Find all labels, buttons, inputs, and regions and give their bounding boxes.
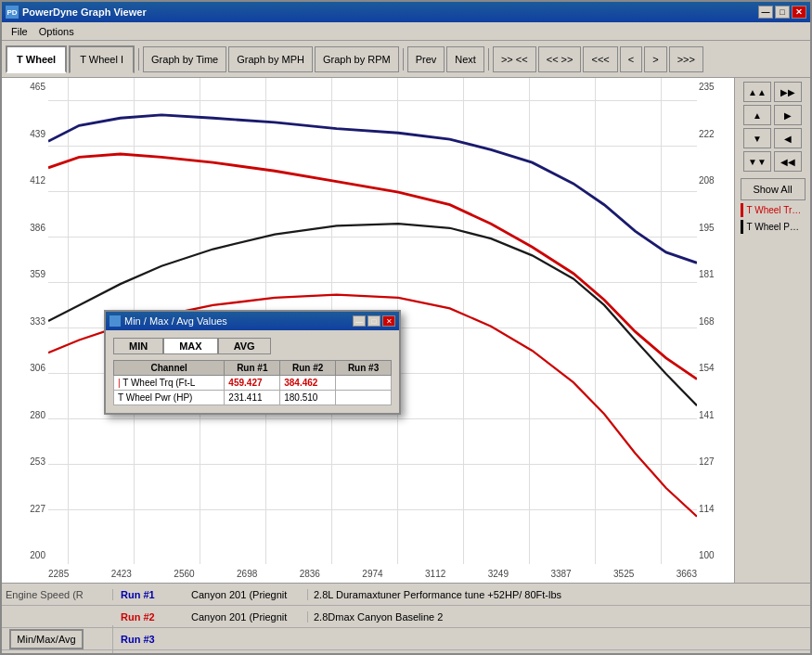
nav-up[interactable]: ▲ bbox=[743, 105, 771, 125]
chart-area: 465 439 412 386 359 333 306 280 253 227 … bbox=[2, 78, 734, 583]
y-right-3: 195 bbox=[697, 223, 734, 233]
main-area: 465 439 412 386 359 333 306 280 253 227 … bbox=[2, 78, 810, 583]
modal-titlebar: Min / Max / Avg Values — □ ✕ bbox=[106, 312, 399, 330]
forward-button[interactable]: >>> bbox=[669, 46, 703, 72]
col-run2: Run #2 bbox=[280, 361, 336, 376]
left-button[interactable]: < bbox=[620, 46, 642, 72]
back-button[interactable]: <<< bbox=[583, 46, 617, 72]
toolbar: T Wheel T Wheel I Graph by Time Graph by… bbox=[2, 41, 810, 78]
x-9: 3525 bbox=[613, 569, 634, 579]
tab-twheel2[interactable]: T Wheel I bbox=[69, 45, 135, 73]
graph-by-mph-button[interactable]: Graph by MPH bbox=[228, 46, 313, 72]
y-right-6: 154 bbox=[697, 363, 734, 373]
tab-max[interactable]: MAX bbox=[163, 338, 217, 354]
table-row-pwr: T Wheel Pwr (HP) 231.411 180.510 bbox=[114, 391, 392, 405]
x-7: 3249 bbox=[488, 569, 509, 579]
y-left-1: 439 bbox=[4, 129, 48, 139]
col-channel: Channel bbox=[114, 361, 225, 376]
x-8: 3387 bbox=[550, 569, 571, 579]
x-axis: 2285 2423 2560 2698 2836 2974 3112 3249 … bbox=[48, 564, 697, 583]
next-button[interactable]: Next bbox=[446, 46, 484, 72]
modal-tabs: MIN MAX AVG bbox=[113, 338, 392, 354]
y-left-9: 227 bbox=[4, 504, 48, 514]
title-bar: PD PowerDyne Graph Viewer — □ ✕ bbox=[2, 2, 810, 22]
legend-pwr: T Wheel Pwr (HP bbox=[741, 220, 806, 234]
y-left-6: 306 bbox=[4, 363, 48, 373]
y-right-7: 141 bbox=[697, 410, 734, 420]
bottom-area: Engine Speed (R Run #1 Canyon 201 (Prieg… bbox=[2, 583, 810, 653]
trq-run2-val: 384.462 bbox=[280, 376, 336, 391]
prev-button[interactable]: Prev bbox=[407, 46, 445, 72]
y-right-2: 208 bbox=[697, 175, 734, 186]
minimize-button[interactable]: — bbox=[758, 6, 773, 19]
x-3: 2698 bbox=[237, 569, 257, 579]
y-left-4: 359 bbox=[4, 269, 48, 279]
nav-down-down[interactable]: ▼▼ bbox=[743, 151, 771, 172]
pwr-run1-val: 231.411 bbox=[225, 391, 280, 405]
nav-right-right[interactable]: ▶▶ bbox=[774, 82, 802, 102]
y-right-1: 222 bbox=[697, 129, 734, 139]
nav-down[interactable]: ▼ bbox=[743, 128, 771, 148]
tab-twheel1[interactable]: T Wheel bbox=[6, 45, 67, 73]
x-5: 2974 bbox=[362, 569, 382, 579]
run1-row: Engine Speed (R Run #1 Canyon 201 (Prieg… bbox=[2, 584, 810, 606]
graph-by-rpm-button[interactable]: Graph by RPM bbox=[315, 46, 399, 72]
y-axis-right: 235 222 208 195 181 168 154 141 127 114 … bbox=[697, 78, 734, 564]
x-2: 2560 bbox=[174, 569, 194, 579]
fast-back-button[interactable]: >> << bbox=[493, 46, 536, 72]
modal-minmaxavg: Min / Max / Avg Values — □ ✕ MIN MAX AVG bbox=[104, 310, 401, 415]
run1-desc: 2.8L Duramaxtuner Performance tune +52HP… bbox=[308, 589, 810, 600]
minmaxavg-button[interactable]: Min/Max/Avg bbox=[9, 629, 84, 649]
trq-run3-val bbox=[336, 376, 392, 391]
trq-channel-label: T Wheel Trq (Ft-L bbox=[122, 378, 195, 388]
y-left-8: 253 bbox=[4, 456, 48, 467]
y-right-4: 181 bbox=[697, 269, 734, 279]
right-button[interactable]: > bbox=[644, 46, 666, 72]
legend-trq: T Wheel Trq (Ft-l bbox=[741, 203, 806, 217]
run2-row: Run #2 Canyon 201 (Priegnit 2.8Dmax Cany… bbox=[2, 606, 810, 628]
modal-close[interactable]: ✕ bbox=[382, 315, 395, 327]
pwr-run2-val: 180.510 bbox=[280, 391, 336, 405]
app-icon: PD bbox=[6, 6, 19, 19]
tab-avg[interactable]: AVG bbox=[218, 338, 271, 354]
pwr-run3-val bbox=[336, 391, 392, 405]
col-run1: Run #1 bbox=[225, 361, 280, 376]
trq-run1-val: 459.427 bbox=[225, 376, 280, 391]
table-row-trq: | T Wheel Trq (Ft-L 459.427 384.462 bbox=[114, 376, 392, 391]
rewind-button[interactable]: << >> bbox=[538, 46, 582, 72]
y-left-7: 280 bbox=[4, 410, 48, 420]
graph-by-time-button[interactable]: Graph by Time bbox=[143, 46, 226, 72]
y-left-3: 386 bbox=[4, 223, 48, 233]
close-button[interactable]: ✕ bbox=[792, 6, 806, 19]
nav-right[interactable]: ▶ bbox=[774, 105, 802, 125]
pwr-channel-label: T Wheel Pwr (HP) bbox=[114, 391, 225, 405]
nav-up-up[interactable]: ▲▲ bbox=[743, 82, 771, 102]
window-title: PowerDyne Graph Viewer bbox=[22, 6, 147, 18]
y-left-10: 200 bbox=[4, 550, 48, 560]
main-window: PD PowerDyne Graph Viewer — □ ✕ File Opt… bbox=[0, 0, 812, 655]
modal-icon bbox=[110, 315, 121, 327]
modal-data-table: Channel Run #1 Run #2 Run #3 | bbox=[113, 360, 392, 405]
y-right-9: 114 bbox=[697, 504, 734, 514]
x-10: 3663 bbox=[677, 569, 697, 579]
run3-row: Min/Max/Avg Run #3 bbox=[2, 628, 810, 650]
modal-minimize[interactable]: — bbox=[353, 315, 366, 327]
show-all-button[interactable]: Show All bbox=[741, 178, 806, 200]
engine-speed-label: Engine Speed (R bbox=[2, 589, 113, 600]
menu-options[interactable]: Options bbox=[33, 24, 80, 39]
x-6: 3112 bbox=[425, 569, 445, 579]
y-right-5: 168 bbox=[697, 316, 734, 327]
maximize-button[interactable]: □ bbox=[775, 6, 790, 19]
y-axis-left: 465 439 412 386 359 333 306 280 253 227 … bbox=[4, 78, 48, 564]
modal-maximize[interactable]: □ bbox=[367, 315, 380, 327]
run1-car: Canyon 201 (Priegnit bbox=[187, 589, 308, 600]
nav-left-left[interactable]: ◀◀ bbox=[774, 151, 802, 172]
menu-file[interactable]: File bbox=[6, 24, 33, 39]
trq-indicator: | bbox=[118, 378, 121, 388]
nav-left[interactable]: ◀ bbox=[774, 128, 802, 148]
col-run3: Run #3 bbox=[336, 361, 392, 376]
x-0: 2285 bbox=[48, 569, 69, 579]
tab-min[interactable]: MIN bbox=[113, 338, 163, 354]
run2-label: Run #2 bbox=[113, 611, 187, 623]
run3-label: Run #3 bbox=[113, 634, 187, 645]
